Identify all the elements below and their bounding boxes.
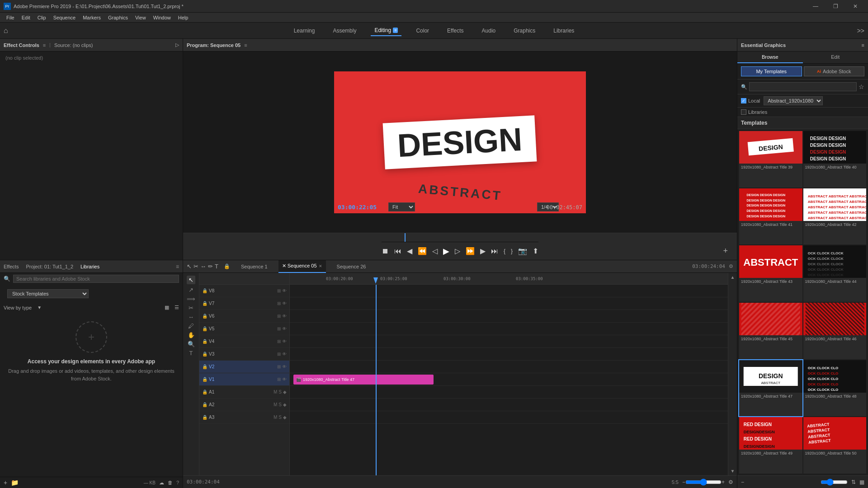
sync-v4[interactable]: ⊞ — [277, 339, 281, 344]
nav-graphics[interactable]: Graphics — [510, 26, 539, 36]
tab-libraries[interactable]: Libraries — [80, 264, 99, 269]
sync-v7[interactable]: ⊞ — [277, 301, 281, 306]
rp-menu-icon[interactable]: ≡ — [862, 42, 864, 48]
menu-graphics[interactable]: Graphics — [104, 14, 132, 21]
lock-a1[interactable]: 🔒 — [202, 389, 208, 394]
mark-out-button[interactable]: } — [511, 248, 513, 254]
home-button[interactable]: ⌂ — [4, 27, 8, 35]
eye-v7[interactable]: 👁 — [282, 301, 287, 306]
adobe-stock-button[interactable]: Ai Adobe Stock — [804, 66, 865, 76]
folder-icon[interactable]: 📁 — [11, 479, 19, 486]
step-back-button[interactable]: ⏮ — [394, 247, 401, 255]
mark-in-button[interactable]: { — [504, 248, 505, 254]
ec-expand-button[interactable]: ▷ — [175, 42, 179, 48]
libraries-checkbox[interactable]: Libraries — [741, 109, 864, 115]
tool-forward[interactable]: ↗ — [189, 286, 193, 293]
my-templates-button[interactable]: My Templates — [741, 66, 802, 76]
eye-v4[interactable]: 👁 — [282, 339, 287, 344]
more-button[interactable]: >> — [857, 27, 864, 34]
lock-v2[interactable]: 🔒 — [202, 364, 208, 369]
tl-settings-icon[interactable]: ⚙ — [729, 263, 733, 269]
lock-v8[interactable]: 🔒 — [202, 288, 208, 293]
bl-menu-icon[interactable]: ≡ — [176, 263, 179, 270]
pm-add-button[interactable]: + — [723, 246, 728, 256]
tool-text[interactable]: T — [189, 350, 193, 357]
tl-tool-pen[interactable]: ✏ — [208, 263, 213, 270]
sync-v6[interactable]: ⊞ — [277, 314, 281, 319]
bl-search-input[interactable] — [13, 275, 179, 283]
fit-dropdown[interactable]: Fit 25% 50% 75% 100% — [388, 202, 415, 211]
menu-file[interactable]: File — [3, 14, 18, 21]
stock-templates-select[interactable]: Stock Templates — [7, 289, 89, 298]
view-grid-icon[interactable]: ▦ — [165, 305, 169, 310]
eye-v1[interactable]: 👁 — [282, 377, 287, 382]
lock-a2[interactable]: 🔒 — [202, 402, 208, 407]
rp-tab-browse[interactable]: Browse — [737, 52, 803, 63]
template-39[interactable]: DESIGN 1920x1080_Abstract Title 39 — [739, 131, 802, 188]
tl-zoom-slider[interactable] — [685, 479, 722, 486]
close-button[interactable]: ✕ — [846, 0, 864, 13]
lock-v5[interactable]: 🔒 — [202, 326, 208, 331]
tl-lock-icon[interactable]: 🔒 — [224, 263, 230, 269]
menu-edit[interactable]: Edit — [18, 14, 34, 21]
frame-fwd-button[interactable]: ▶ — [480, 247, 486, 255]
step-fwd-button[interactable]: ⏩ — [466, 247, 475, 255]
sync-v5[interactable]: ⊞ — [277, 326, 281, 331]
rp-filter-dropdown[interactable]: Abstract_1920x1080 — [764, 96, 823, 105]
add-library-button[interactable]: + — [75, 321, 107, 353]
step-rev-button[interactable]: ⏪ — [418, 247, 427, 255]
rp-zoom-slider[interactable] — [821, 479, 848, 486]
menu-window[interactable]: Window — [150, 14, 175, 21]
solo-a2[interactable]: S — [278, 402, 282, 407]
tl-tool-razor[interactable]: ✂ — [193, 263, 198, 270]
minimize-button[interactable]: — — [807, 0, 825, 13]
template-40[interactable]: DESIGN DESIGN DESIGN DESIGN DESIGN DESIG… — [803, 131, 867, 188]
sync-v3[interactable]: ⊞ — [277, 352, 281, 357]
ec-menu-icon[interactable]: ≡ — [43, 42, 46, 48]
template-48[interactable]: OCK CLOCK CLO OCK CLOCK CLO OCK CLOCK CL… — [803, 360, 867, 417]
tool-hand[interactable]: ✋ — [188, 332, 195, 338]
eye-v2[interactable]: 👁 — [282, 364, 287, 369]
sync-v8[interactable]: ⊞ — [277, 288, 281, 293]
nav-effects[interactable]: Effects — [443, 26, 467, 36]
scroll-down[interactable]: ▼ — [731, 469, 735, 474]
menu-help[interactable]: Help — [175, 14, 192, 21]
nav-assembly[interactable]: Assembly — [329, 26, 360, 36]
sync-v1[interactable]: ⊞ — [277, 377, 281, 382]
tool-razor[interactable]: ✂ — [189, 305, 193, 311]
export-button[interactable]: ⬆ — [533, 247, 538, 255]
nav-libraries[interactable]: Libraries — [550, 26, 578, 36]
lock-v3[interactable]: 🔒 — [202, 352, 208, 357]
tl-zoom-out[interactable]: − — [682, 479, 685, 485]
tl-tool-type[interactable]: T — [215, 263, 218, 270]
tool-selection[interactable]: ↖ — [187, 276, 195, 284]
scroll-up[interactable]: ▲ — [731, 275, 735, 280]
keyframe-a2[interactable]: ◆ — [283, 402, 287, 407]
tool-zoom[interactable]: 🔍 — [188, 341, 195, 347]
lock-a3[interactable]: 🔒 — [202, 415, 208, 420]
stop-button[interactable]: ⏹ — [382, 247, 389, 255]
rp-search-input[interactable] — [749, 82, 857, 91]
play-fwd-button[interactable]: ▷ — [455, 247, 460, 255]
delete-icon[interactable]: 🗑 — [168, 480, 173, 485]
rp-sort-icon[interactable]: ⇅ — [851, 479, 856, 485]
nav-learning[interactable]: Learning — [290, 26, 319, 36]
nav-editing[interactable]: Editing ≡ — [371, 25, 401, 36]
rp-zoom-out-icon[interactable]: − — [741, 479, 744, 485]
rp-tab-edit[interactable]: Edit — [803, 52, 868, 63]
view-type-chevron[interactable]: ▼ — [37, 305, 42, 310]
rp-favorite-icon[interactable]: ☆ — [859, 83, 864, 90]
template-42[interactable]: ABSTRACT ABSTRACT ABSTRACT ABSTRACT ABST… — [803, 188, 867, 245]
tab-project[interactable]: Project: 01: Tut1_1_2 — [26, 264, 73, 269]
tab-effects[interactable]: Effects — [4, 264, 19, 269]
tab-sequence05[interactable]: ✕ Sequence 05 ✕ — [278, 260, 326, 273]
lock-v4[interactable]: 🔒 — [202, 339, 208, 344]
close-seq05[interactable]: ✕ — [319, 264, 322, 268]
step-next-button[interactable]: ⏭ — [491, 247, 498, 255]
cloud-icon[interactable]: ☁ — [159, 480, 164, 486]
eye-v6[interactable]: 👁 — [282, 314, 287, 319]
maximize-button[interactable]: ❐ — [826, 0, 844, 13]
template-47[interactable]: DESIGN ABSTRACT 1920x1080_Abstract Title… — [739, 360, 802, 417]
nav-audio[interactable]: Audio — [478, 26, 500, 36]
tl-tool-slip[interactable]: ↔ — [200, 263, 206, 270]
